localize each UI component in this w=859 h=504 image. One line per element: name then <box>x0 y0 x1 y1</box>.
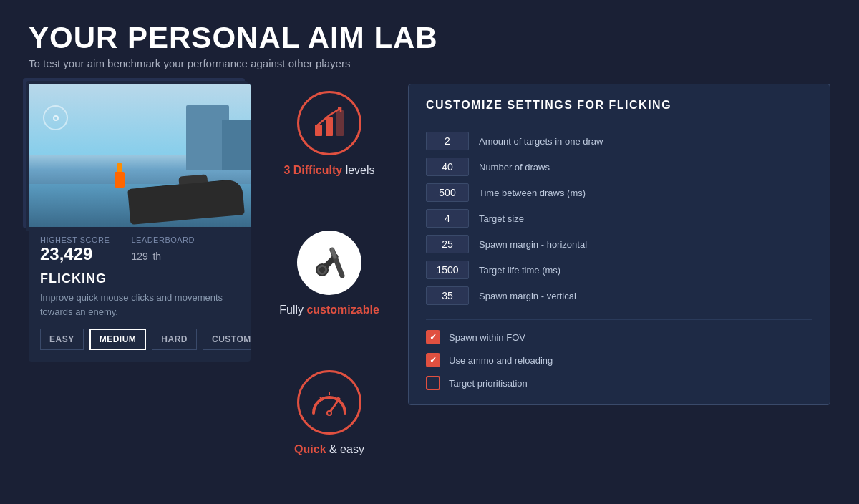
speed-label-post: & easy <box>326 443 364 455</box>
checkbox-row[interactable]: ✓Use ammo and reloading <box>426 353 812 367</box>
difficulty-icon-circle <box>297 91 361 155</box>
customize-label: Fully customizable <box>279 304 379 316</box>
difficulty-btn-easy[interactable]: EASY <box>40 329 84 350</box>
speed-icon-circle <box>297 370 361 435</box>
feature-speed: Quick & easy <box>294 370 364 456</box>
highest-score-block: HIGHEST SCORE 23,429 <box>40 236 110 264</box>
checkmark-icon: ✓ <box>430 355 437 365</box>
features-column: 3 Difficulty levels <box>272 84 387 456</box>
screenshot-background <box>29 84 251 227</box>
highest-score-value: 23,429 <box>40 244 110 264</box>
gun-container <box>115 148 243 220</box>
speed-label-highlight: Quick <box>294 443 326 455</box>
difficulty-label-highlight: Difficulty <box>293 164 342 176</box>
svg-rect-2 <box>336 110 344 136</box>
setting-row: Target size <box>426 209 812 228</box>
checkbox-settings: ✓Spawn within FOV✓Use ammo and reloading… <box>426 330 812 390</box>
highest-score-label: HIGHEST SCORE <box>40 236 110 244</box>
setting-input[interactable] <box>426 183 469 202</box>
setting-label: Spawn margin - horizontal <box>479 239 587 250</box>
checkbox-box[interactable]: ✓ <box>426 353 440 367</box>
wrench-screwdriver-icon <box>309 243 349 283</box>
checkbox-label: Spawn within FOV <box>449 332 525 343</box>
setting-label: Time between draws (ms) <box>479 188 586 198</box>
settings-divider <box>426 319 812 320</box>
speed-label: Quick & easy <box>294 443 364 456</box>
game-card-stack: HIGHEST SCORE 23,429 LEADERBOARD 129 th … <box>29 84 251 362</box>
setting-row: Spawn margin - vertical <box>426 286 812 305</box>
card-info: HIGHEST SCORE 23,429 LEADERBOARD 129 th … <box>29 227 251 362</box>
customize-label-highlight: customizable <box>306 304 379 316</box>
setting-row: Spawn margin - horizontal <box>426 235 812 253</box>
setting-label: Target size <box>479 213 524 224</box>
setting-row: Target life time (ms) <box>426 261 812 279</box>
page-title: YOUR PERSONAL AIM LAB <box>29 21 830 54</box>
panel-title: CUSTOMIZE SETTINGS FOR FLICKING <box>426 99 812 119</box>
svg-rect-0 <box>315 125 322 136</box>
svg-rect-1 <box>326 117 333 136</box>
checkbox-box[interactable] <box>426 376 440 390</box>
difficulty-buttons: EASYMEDIUMHARDCUSTOM <box>40 329 239 350</box>
leaderboard-label: LEADERBOARD <box>131 236 195 244</box>
setting-input[interactable] <box>426 261 469 279</box>
setting-label: Amount of targets in one draw <box>479 136 603 147</box>
checkbox-box[interactable]: ✓ <box>426 330 440 344</box>
setting-row: Time between draws (ms) <box>426 183 812 202</box>
page-subtitle: To test your aim benchmark your performa… <box>29 57 830 69</box>
game-description: Improve quick mouse clicks and movements… <box>40 291 239 319</box>
setting-input[interactable] <box>426 286 469 305</box>
setting-label: Target life time (ms) <box>479 265 560 276</box>
customize-panel: CUSTOMIZE SETTINGS FOR FLICKING Amount o… <box>408 84 830 405</box>
setting-input[interactable] <box>426 235 469 253</box>
feature-customize: Fully customizable <box>279 231 379 316</box>
game-title: FLICKING <box>40 271 239 286</box>
scores-row: HIGHEST SCORE 23,429 LEADERBOARD 129 th <box>40 236 239 264</box>
difficulty-label-post: levels <box>342 164 374 176</box>
difficulty-label-pre: 3 <box>283 164 293 176</box>
customize-icon-circle <box>297 231 361 295</box>
checkbox-row[interactable]: ✓Spawn within FOV <box>426 330 812 344</box>
leaderboard-value: 129 th <box>131 244 195 264</box>
setting-row: Amount of targets in one draw <box>426 132 812 150</box>
setting-input[interactable] <box>426 132 469 150</box>
checkbox-label: Target prioritisation <box>449 378 528 389</box>
settings-grid: Amount of targets in one drawNumber of d… <box>426 132 812 305</box>
bar-chart-icon <box>311 105 348 142</box>
game-screenshot <box>29 84 251 227</box>
setting-input[interactable] <box>426 209 469 228</box>
fov-indicator <box>43 105 68 130</box>
setting-label: Number of draws <box>479 162 550 173</box>
difficulty-label: 3 Difficulty levels <box>283 164 374 177</box>
difficulty-btn-medium[interactable]: MEDIUM <box>89 329 147 350</box>
customize-label-pre: Fully <box>279 304 306 316</box>
setting-row: Number of draws <box>426 158 812 176</box>
fov-inner <box>53 115 59 121</box>
checkmark-icon: ✓ <box>430 332 437 342</box>
setting-input[interactable] <box>426 158 469 176</box>
checkbox-label: Use ammo and reloading <box>449 355 553 366</box>
setting-label: Spawn margin - vertical <box>479 291 576 301</box>
svg-point-15 <box>328 412 331 415</box>
feature-difficulty: 3 Difficulty levels <box>283 91 374 177</box>
difficulty-btn-custom[interactable]: CUSTOM <box>203 329 251 350</box>
leaderboard-block: LEADERBOARD 129 th <box>131 236 195 264</box>
gun-body <box>127 179 245 225</box>
difficulty-btn-hard[interactable]: HARD <box>152 329 197 350</box>
game-card: HIGHEST SCORE 23,429 LEADERBOARD 129 th … <box>29 84 251 362</box>
speedometer-icon <box>308 383 351 422</box>
header: YOUR PERSONAL AIM LAB To test your aim b… <box>29 21 830 69</box>
checkbox-row[interactable]: Target prioritisation <box>426 376 812 390</box>
